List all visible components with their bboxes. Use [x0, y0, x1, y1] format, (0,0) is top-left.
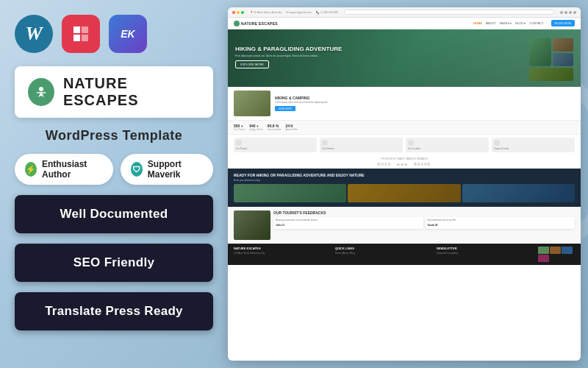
nav-home[interactable]: HOME: [473, 21, 482, 25]
browser-icon-2: [564, 11, 567, 14]
footer-col-2: QUICK LINKS Home | About | Blog: [335, 247, 431, 255]
stat-success: 90.8 % Success Rate: [268, 124, 282, 131]
site-footer: NATURE ESCAPES 123 Main Street, Adventur…: [228, 244, 581, 265]
site-nav: NATURE ESCAPES HOME ABOUT PAGES ▾ BLOG ▾…: [228, 18, 581, 29]
testimonials-title: OUR TOURIST'S FEEDBACKS: [273, 210, 575, 215]
stat-awards: 24 K Awards Won: [285, 124, 298, 131]
svg-point-4: [39, 87, 43, 91]
testimonial-author-2: Sarah M.: [428, 224, 573, 227]
brands-title: TRUSTED BY MANY FAMOUS BRANDS: [234, 158, 575, 160]
feature-seo-friendly: SEO Friendly: [15, 244, 213, 282]
hero-img-4: [529, 68, 573, 81]
footer-title-1: NATURE ESCAPES: [234, 247, 329, 250]
activity-icon-4: [494, 140, 500, 146]
activity-icon-1: [236, 140, 242, 146]
brands-logos: BOSO ▰▰▰ BRAND: [234, 162, 575, 166]
activity-icon-3: [408, 140, 414, 146]
browser-address-bar: [344, 10, 554, 15]
support-label: Support Maverik: [148, 159, 203, 180]
footer-title-3: NEWSLETTER: [437, 247, 532, 250]
nav-contact[interactable]: CONTACT: [530, 21, 544, 25]
browser-icon-4: [573, 11, 576, 14]
stat-projects: 500 + Our Project: [234, 124, 245, 131]
feature-well-documented: Well Documented: [15, 195, 213, 233]
wordpress-icon: W: [15, 15, 53, 53]
site-logo: NATURE ESCAPES: [234, 21, 278, 26]
hero-img-2: [553, 38, 573, 52]
footer-text-2: Home | About | Blog: [335, 252, 431, 255]
feature-translate-press: Translate Press Ready: [15, 292, 213, 330]
svg-rect-2: [82, 26, 88, 33]
activity-3: Our Location: [406, 138, 489, 152]
support-icon: 🛡: [131, 162, 143, 177]
testimonial-image-col: [234, 210, 270, 240]
camping-section: HIKING & CAMPING Lorem ipsum dolor sit a…: [228, 87, 581, 120]
maximize-dot: [241, 11, 244, 14]
book-now-button[interactable]: BOOK NOW: [551, 20, 575, 26]
footer-img-3: [562, 247, 573, 254]
camping-read-more[interactable]: READ MORE: [275, 106, 295, 111]
nav-pages[interactable]: PAGES ▾: [500, 21, 512, 25]
enthusiast-icon: ⚡: [25, 162, 37, 177]
nav-blog[interactable]: BLOG ▾: [515, 21, 526, 25]
testimonial-image: [234, 210, 270, 240]
testimonial-cards: Amazing experience and wonderful service…: [273, 217, 575, 229]
brand-logo-1: BOSO: [378, 162, 392, 166]
testimonial-text-2: Best adventure trip of my life!: [428, 219, 573, 222]
site-logo-icon: [234, 21, 240, 26]
explore-button[interactable]: EXPLORE MORE: [235, 60, 269, 68]
hero-title: HIKING & PARAGLIDING ADVENTURE: [235, 46, 526, 52]
hero-text: HIKING & PARAGLIDING ADVENTURE Proin ull…: [235, 38, 526, 81]
close-dot: [232, 11, 235, 14]
activities-grid: Our Project One Starters Our Location Su…: [228, 135, 581, 155]
svg-rect-0: [74, 26, 80, 33]
testimonial-card-2: Best adventure trip of my life! Sarah M.: [426, 217, 576, 229]
activity-icon-2: [322, 140, 328, 146]
camping-image: [234, 91, 270, 116]
activity-2: One Starters: [320, 138, 403, 152]
footer-img-2: [550, 247, 561, 254]
stats-row: 500 + Our Project 940 + Happy Clients 90…: [228, 120, 581, 135]
camping-text: Lorem ipsum dolor sit amet consectetur a…: [275, 102, 328, 105]
nav-about[interactable]: ABOUT: [486, 21, 496, 25]
right-panel: 📍 55 Main Street, Australia ✉ support@gm…: [228, 0, 588, 368]
adventure-subtitle: Book your adventure today: [234, 179, 365, 182]
brand-logo-2: ▰▰▰: [397, 162, 408, 166]
testimonial-card-1: Amazing experience and wonderful service…: [273, 217, 423, 229]
brand-name: NATURE ESCAPES: [63, 75, 200, 109]
svg-rect-3: [82, 35, 88, 41]
king-composer-icon: EK: [109, 15, 147, 53]
browser-address-info: 📍 55 Main Street, Australia ✉ support@gm…: [250, 11, 338, 14]
brand-icon: [28, 78, 54, 106]
footer-gallery: [538, 247, 575, 262]
site-content: NATURE ESCAPES HOME ABOUT PAGES ▾ BLOG ▾…: [228, 18, 581, 361]
adventure-title: READY FOR HIKING OR PARAGLIDING ADVENTUR…: [234, 173, 365, 177]
adventure-section: READY FOR HIKING OR PARAGLIDING ADVENTUR…: [228, 169, 581, 207]
testimonial-author-1: John D.: [276, 224, 421, 227]
activity-1: Our Project: [234, 138, 317, 152]
brand-box: NATURE ESCAPES: [15, 66, 213, 118]
footer-text-3: Subscribe for updates: [437, 252, 532, 255]
footer-title-2: QUICK LINKS: [335, 247, 431, 250]
browser-bar: 📍 55 Main Street, Australia ✉ support@gm…: [228, 7, 581, 18]
testimonial-text-1: Amazing experience and wonderful service…: [276, 219, 421, 222]
adventure-images: [234, 184, 575, 202]
nav-links: HOME ABOUT PAGES ▾ BLOG ▾ CONTACT: [473, 21, 544, 25]
brand-logo-3: BRAND: [414, 162, 431, 166]
footer-col-3: NEWSLETTER Subscribe for updates: [437, 247, 532, 255]
left-panel: W EK NAT: [0, 0, 228, 368]
hero-images: [529, 38, 573, 81]
footer-img-1: [538, 247, 549, 254]
footer-text-1: 123 Main Street, Adventure City: [234, 252, 329, 255]
support-maverik-badge: 🛡 Support Maverik: [121, 154, 213, 185]
elementor-icon: [62, 15, 100, 53]
footer-img-4: [538, 255, 549, 262]
hero-description: Proin ullamcorper pretium orci. Donec ne…: [235, 54, 368, 57]
svg-rect-1: [74, 35, 80, 41]
enthusiast-label: Enthusiast Author: [42, 159, 103, 180]
website-preview: 📍 55 Main Street, Australia ✉ support@gm…: [228, 7, 581, 361]
site-logo-text: NATURE ESCAPES: [241, 21, 278, 26]
hero-img-1: [529, 38, 551, 66]
testimonials-section: OUR TOURIST'S FEEDBACKS Amazing experien…: [228, 207, 581, 244]
adventure-img-3: [462, 184, 575, 202]
